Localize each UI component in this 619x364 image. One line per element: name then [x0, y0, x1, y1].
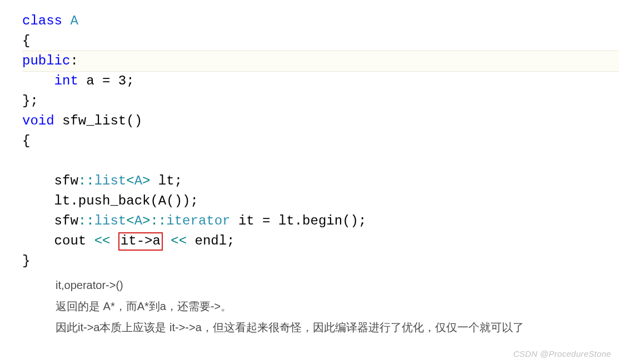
- line-12: }: [22, 253, 30, 268]
- explain-line-1: it,operator->(): [56, 275, 597, 296]
- explanation-block: it,operator->() 返回的是 A*，而A*到a，还需要->。 因此i…: [0, 275, 619, 338]
- watermark: CSDN @ProcedureStone: [513, 349, 611, 358]
- line-1: class A: [22, 13, 78, 28]
- line-9: lt.push_back(A());: [22, 193, 198, 208]
- keyword-int: int: [54, 73, 78, 88]
- line-3: public:: [22, 51, 619, 71]
- line-7: {: [22, 133, 30, 148]
- line-8: sfw::list<A> lt;: [22, 173, 182, 188]
- line-10: sfw::list<A>::iterator it = lt.begin();: [22, 213, 366, 228]
- keyword-public: public: [22, 53, 70, 68]
- keyword-void: void: [22, 113, 54, 128]
- code-block: class A { public: int a = 3; }; void sfw…: [0, 0, 619, 271]
- line-11: cout << it->a << endl;: [22, 233, 235, 248]
- explain-line-2: 返回的是 A*，而A*到a，还需要->。: [56, 296, 597, 317]
- line-6: void sfw_list(): [22, 113, 142, 128]
- line-4: int a = 3;: [22, 73, 134, 88]
- class-name: A: [70, 13, 78, 28]
- line-5: };: [22, 93, 38, 108]
- keyword-class: class: [22, 13, 62, 28]
- line-2: {: [22, 33, 30, 48]
- highlighted-expression: it->a: [118, 232, 163, 251]
- explain-line-3: 因此it->a本质上应该是 it->->a，但这看起来很奇怪，因此编译器进行了优…: [56, 317, 597, 338]
